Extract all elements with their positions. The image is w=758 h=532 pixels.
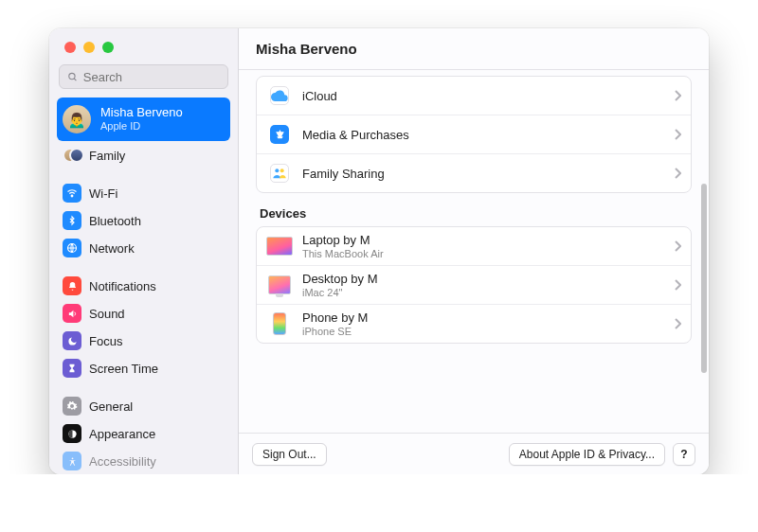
sidebar-item-screen-time[interactable]: Screen Time [57, 355, 230, 381]
icloud-icon [270, 86, 289, 105]
row-icloud[interactable]: iCloud [257, 77, 691, 115]
chevron-right-icon [674, 240, 681, 252]
wifi-icon [63, 184, 81, 203]
sidebar-item-label: Wi-Fi [89, 186, 117, 201]
sidebar-item-appearance[interactable]: Appearance [57, 420, 230, 447]
speaker-icon [63, 304, 81, 323]
window-controls [49, 28, 238, 64]
apple-id-services-group: iCloud Media & Purchases Family Sharing [256, 76, 692, 193]
profile-name: Misha Berveno [100, 106, 183, 120]
sidebar-item-family[interactable]: Family [57, 142, 230, 168]
page-title: Misha Berveno [239, 28, 709, 70]
appstore-icon [270, 125, 289, 144]
sidebar-item-label: Accessibility [89, 454, 156, 469]
svg-point-0 [69, 73, 75, 79]
svg-point-7 [280, 168, 284, 172]
chevron-right-icon [674, 168, 681, 179]
macbook-icon [266, 237, 293, 256]
bluetooth-icon [63, 211, 81, 230]
svg-point-5 [71, 457, 73, 459]
row-label: iCloud [302, 89, 337, 103]
about-apple-id-privacy-button[interactable]: About Apple ID & Privacy... [509, 443, 665, 466]
sidebar-item-accessibility[interactable]: Accessibility [57, 448, 230, 474]
sidebar-item-general[interactable]: General [57, 393, 230, 419]
close-window-button[interactable] [64, 42, 76, 53]
avatar: 🙍‍♂️ [63, 105, 91, 133]
chevron-right-icon [674, 279, 681, 291]
row-label: Family Sharing [302, 167, 385, 181]
system-settings-window: 🙍‍♂️ Misha Berveno Apple ID Family Wi-Fi [49, 28, 709, 474]
main-panel: Misha Berveno iCloud Media & Purchases [239, 28, 709, 474]
chevron-right-icon [674, 90, 681, 101]
scrollbar-thumb[interactable] [701, 184, 707, 373]
sidebar: 🙍‍♂️ Misha Berveno Apple ID Family Wi-Fi [49, 28, 239, 474]
device-name: Phone by M [302, 310, 668, 325]
device-sub: iPhone SE [302, 326, 668, 337]
sidebar-item-label: Bluetooth [89, 214, 141, 228]
sidebar-item-bluetooth[interactable]: Bluetooth [57, 207, 230, 234]
content-area: iCloud Media & Purchases Family Sharing [239, 70, 709, 433]
search-input[interactable] [83, 70, 220, 84]
sidebar-item-label: Screen Time [89, 362, 158, 376]
chevron-right-icon [674, 129, 681, 140]
chevron-right-icon [674, 318, 681, 329]
device-name: Desktop by M [302, 272, 668, 286]
sidebar-item-apple-id[interactable]: 🙍‍♂️ Misha Berveno Apple ID [57, 98, 230, 141]
svg-line-1 [74, 79, 76, 80]
help-button[interactable]: ? [673, 443, 695, 466]
sidebar-item-label: Focus [89, 334, 122, 348]
svg-point-2 [71, 195, 73, 197]
sidebar-item-focus[interactable]: Focus [57, 328, 230, 354]
sidebar-item-sound[interactable]: Sound [57, 300, 230, 327]
hourglass-icon [63, 359, 81, 378]
device-row[interactable]: Phone by M iPhone SE [257, 304, 691, 343]
sidebar-item-label: Sound [89, 307, 125, 321]
scrollbar[interactable] [701, 184, 707, 392]
search-field[interactable] [59, 64, 228, 89]
sidebar-list: 🙍‍♂️ Misha Berveno Apple ID Family Wi-Fi [49, 97, 238, 474]
search-icon [67, 71, 78, 82]
devices-group: Laptop by M This MacBook Air Desktop by … [256, 226, 692, 344]
sidebar-item-label: Network [89, 241, 135, 256]
device-row[interactable]: Laptop by M This MacBook Air [257, 227, 691, 265]
family-sharing-icon [270, 164, 289, 183]
zoom-window-button[interactable] [102, 42, 114, 53]
row-label: Media & Purchases [302, 128, 409, 142]
device-sub: This MacBook Air [302, 248, 668, 259]
moon-icon [63, 331, 81, 350]
row-media-purchases[interactable]: Media & Purchases [257, 115, 691, 153]
sign-out-button[interactable]: Sign Out... [252, 443, 327, 466]
device-sub: iMac 24" [302, 287, 668, 298]
sidebar-item-notifications[interactable]: Notifications [57, 273, 230, 299]
device-row[interactable]: Desktop by M iMac 24" [257, 265, 691, 304]
gear-icon [63, 397, 81, 416]
network-icon [63, 239, 81, 257]
bell-icon [63, 276, 81, 295]
svg-point-6 [275, 168, 279, 172]
sidebar-item-label: General [89, 399, 133, 414]
appearance-icon [63, 424, 81, 443]
sidebar-item-label: Appearance [89, 427, 155, 441]
imac-icon [268, 275, 291, 294]
device-name: Laptop by M [302, 233, 668, 247]
sidebar-item-label: Family [89, 149, 125, 163]
sidebar-item-network[interactable]: Network [57, 235, 230, 261]
family-icon [63, 146, 81, 165]
sidebar-item-wifi[interactable]: Wi-Fi [57, 180, 230, 206]
minimize-window-button[interactable] [83, 42, 95, 53]
accessibility-icon [63, 452, 81, 470]
devices-section-title: Devices [260, 206, 688, 221]
profile-subtitle: Apple ID [100, 120, 183, 133]
sidebar-item-label: Notifications [89, 279, 156, 293]
row-family-sharing[interactable]: Family Sharing [257, 153, 691, 192]
iphone-icon [273, 312, 286, 335]
footer-bar: Sign Out... About Apple ID & Privacy... … [239, 433, 709, 474]
